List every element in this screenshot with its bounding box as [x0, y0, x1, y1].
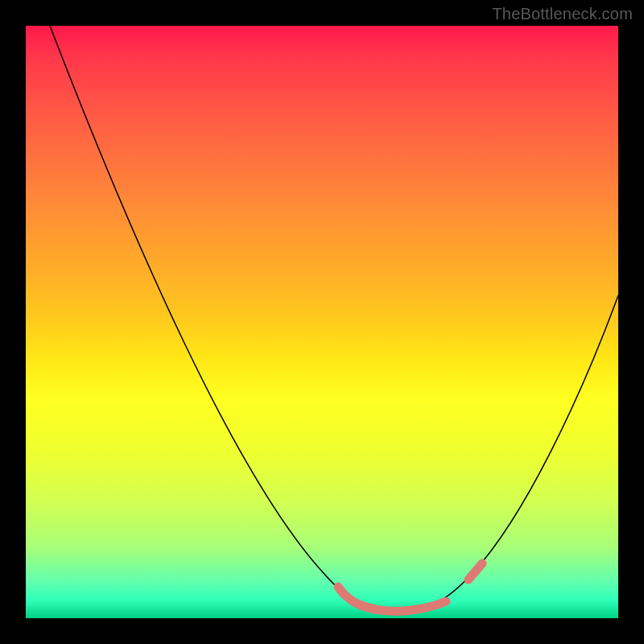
chart-svg [26, 26, 618, 618]
bottleneck-curve [50, 26, 618, 609]
valley-highlight-worm [338, 587, 446, 611]
right-highlight-dash [469, 564, 482, 580]
outer-frame: TheBottleneck.com [0, 0, 644, 644]
plot-background-gradient [26, 26, 618, 618]
watermark-text: TheBottleneck.com [492, 5, 633, 23]
